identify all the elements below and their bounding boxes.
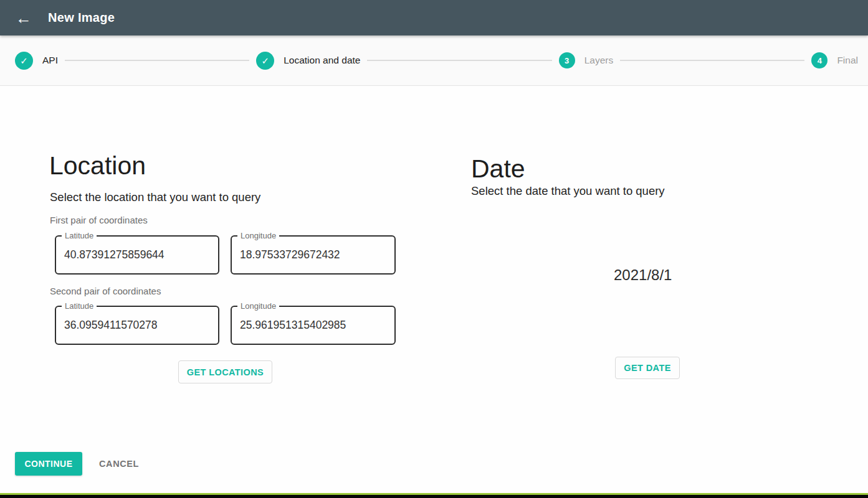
get-date-button[interactable]: GET DATE [615,357,680,379]
first-latitude-input[interactable] [56,237,218,273]
first-pair-label: First pair of coordinates [50,215,148,225]
step-final[interactable]: 4 Final [811,52,858,68]
step-connector [65,60,249,61]
get-locations-button[interactable]: GET LOCATIONS [178,360,272,383]
step-api-label: API [42,55,58,66]
step-api-circle[interactable]: ✓ [15,52,33,70]
second-latitude-field: Latitude [55,306,219,345]
first-longitude-input[interactable] [232,237,394,273]
check-icon: ✓ [20,56,28,65]
step-layers[interactable]: 3 Layers [559,52,614,68]
step-connector [620,60,804,61]
first-latitude-label: Latitude [62,231,97,241]
second-longitude-label: Longitude [237,301,279,311]
step-location-and-date[interactable]: ✓ Location and date [256,52,360,70]
app-bar: ← New Image [0,0,868,35]
first-latitude-field: Latitude [55,235,219,275]
second-pair-label: Second pair of coordinates [50,286,161,296]
first-longitude-field: Longitude [231,235,396,275]
step-connector [367,60,551,61]
location-section-title: Location [49,153,146,179]
location-section-subtitle: Select the location that you want to que… [50,190,260,204]
step-location-and-date-label: Location and date [284,55,360,66]
step-api[interactable]: ✓ API [15,52,58,70]
step-final-label: Final [837,55,858,66]
first-longitude-label: Longitude [237,231,279,241]
cancel-button[interactable]: CANCEL [91,452,147,476]
wizard-stepper: ✓ API ✓ Location and date 3 Layers 4 Fin… [0,35,868,86]
check-icon: ✓ [261,56,269,65]
second-latitude-input[interactable] [56,307,218,344]
screen-edge-bar [0,495,868,498]
second-longitude-input[interactable] [232,307,394,344]
back-arrow-icon[interactable]: ← [11,6,36,31]
first-pair-row: Latitude Longitude [55,235,407,275]
date-section-title: Date [471,156,525,182]
step-final-circle[interactable]: 4 [811,52,827,68]
step-layers-label: Layers [584,55,614,66]
step-layers-circle[interactable]: 3 [559,52,575,68]
new-image-wizard-screen: ← New Image ✓ API ✓ Location and date 3 … [0,0,868,498]
second-longitude-field: Longitude [231,306,396,345]
page-title: New Image [48,11,115,25]
selected-date-value: 2021/8/1 [614,266,672,284]
second-latitude-label: Latitude [62,301,97,311]
step-number: 4 [818,57,822,65]
step-number: 3 [565,57,569,65]
second-pair-row: Latitude Longitude [55,306,407,345]
date-section-subtitle: Select the date that you want to query [471,184,665,198]
step-location-and-date-circle[interactable]: ✓ [256,52,274,70]
continue-button[interactable]: CONTINUE [15,452,82,476]
